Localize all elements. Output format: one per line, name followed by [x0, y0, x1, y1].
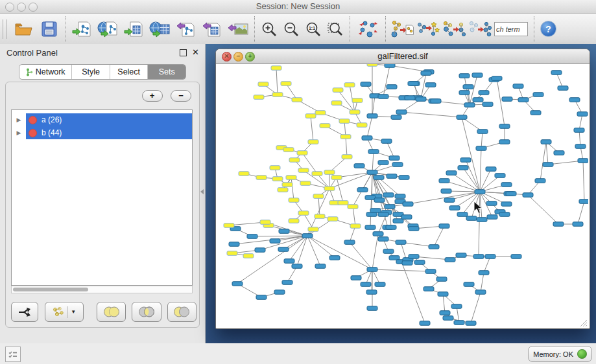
network-node[interactable]: [278, 247, 289, 252]
network-node[interactable]: [444, 198, 455, 203]
network-node[interactable]: [378, 237, 388, 242]
network-node[interactable]: [486, 201, 497, 206]
network-node[interactable]: [459, 74, 470, 78]
network-node[interactable]: [414, 260, 425, 265]
network-node[interactable]: [439, 224, 449, 229]
remove-set-button[interactable]: −: [171, 90, 191, 102]
network-node[interactable]: [387, 174, 397, 179]
network-node[interactable]: [350, 224, 361, 229]
network-node[interactable]: [340, 135, 351, 139]
network-node[interactable]: [279, 229, 289, 234]
network-node[interactable]: [367, 64, 377, 66]
network-node[interactable]: [523, 193, 533, 198]
split-set-button[interactable]: [11, 302, 38, 322]
create-set-from-network-button[interactable]: ▼: [45, 302, 84, 322]
list-item-set-b[interactable]: ▶ b (44): [12, 126, 192, 139]
network-node[interactable]: [403, 202, 413, 207]
network-node[interactable]: [543, 163, 553, 167]
network-node[interactable]: [479, 271, 489, 275]
network-window[interactable]: ✕ − + galFiltered.sif: [215, 49, 590, 329]
network-node[interactable]: [329, 256, 340, 260]
network-node[interactable]: [352, 98, 363, 103]
network-node[interactable]: [272, 93, 283, 97]
network-node[interactable]: [256, 295, 267, 300]
network-node[interactable]: [386, 225, 396, 230]
network-node[interactable]: [425, 269, 436, 274]
list-item-set-a[interactable]: ▶ a (26): [12, 113, 192, 126]
network-node[interactable]: [575, 144, 586, 149]
network-node[interactable]: [378, 212, 388, 217]
export-network-button[interactable]: [173, 16, 199, 43]
network-node[interactable]: [458, 166, 468, 170]
zoom-in-button[interactable]: [258, 16, 280, 43]
network-node[interactable]: [395, 194, 405, 199]
network-node[interactable]: [361, 82, 371, 87]
toolbar-drag-handle[interactable]: [3, 19, 6, 39]
network-window-titlebar[interactable]: ✕ − + galFiltered.sif: [216, 49, 590, 64]
network-node[interactable]: [477, 218, 487, 222]
network-node[interactable]: [499, 124, 510, 129]
network-node[interactable]: [533, 93, 543, 97]
network-node[interactable]: [350, 110, 360, 115]
network-node[interactable]: [271, 66, 281, 71]
task-history-button[interactable]: [5, 347, 21, 362]
network-node[interactable]: [302, 234, 313, 238]
network-node[interactable]: [328, 217, 338, 222]
network-node[interactable]: [282, 280, 292, 285]
tab-sets[interactable]: Sets: [148, 65, 185, 79]
network-node[interactable]: [367, 267, 377, 272]
network-node[interactable]: [473, 255, 484, 259]
network-node[interactable]: [459, 91, 470, 95]
network-node[interactable]: [495, 174, 505, 178]
network-node[interactable]: [443, 316, 453, 321]
zoom-out-button[interactable]: [280, 16, 302, 43]
network-node[interactable]: [320, 124, 330, 128]
network-node[interactable]: [558, 86, 568, 91]
network-node[interactable]: [274, 290, 285, 295]
network-node[interactable]: [436, 277, 447, 282]
network-node[interactable]: [367, 306, 377, 311]
network-node[interactable]: [429, 245, 439, 249]
network-node[interactable]: [476, 146, 486, 151]
horizontal-scrollbar[interactable]: [11, 286, 193, 293]
network-node[interactable]: [308, 140, 318, 144]
network-node[interactable]: [553, 222, 564, 227]
network-node[interactable]: [289, 219, 299, 223]
network-node[interactable]: [368, 150, 379, 154]
network-node[interactable]: [420, 321, 430, 326]
network-node[interactable]: [333, 88, 343, 93]
network-node[interactable]: [499, 212, 510, 217]
network-node[interactable]: [464, 103, 475, 108]
network-node[interactable]: [255, 248, 265, 253]
network-node[interactable]: [472, 73, 483, 78]
network-node[interactable]: [298, 168, 309, 173]
float-panel-icon[interactable]: [180, 49, 187, 56]
network-node[interactable]: [298, 211, 309, 216]
network-node[interactable]: [423, 287, 434, 291]
show-selection-button[interactable]: [467, 16, 493, 43]
network-node[interactable]: [577, 112, 588, 117]
zoom-fit-button[interactable]: 1:1: [302, 16, 324, 43]
network-node[interactable]: [439, 179, 449, 183]
network-node[interactable]: [297, 151, 307, 155]
network-node[interactable]: [518, 98, 529, 102]
open-session-button[interactable]: [10, 16, 36, 43]
network-node[interactable]: [466, 216, 477, 221]
network-node[interactable]: [392, 163, 403, 167]
network-node[interactable]: [331, 101, 342, 106]
network-node[interactable]: [463, 85, 473, 89]
network-node[interactable]: [405, 96, 415, 100]
intersection-button[interactable]: [132, 302, 161, 322]
set-list[interactable]: ▶ a (26) ▶ b (44): [11, 109, 193, 286]
network-node[interactable]: [315, 111, 326, 115]
export-table-button[interactable]: [199, 16, 225, 43]
network-node[interactable]: [501, 202, 512, 207]
resize-grip-icon[interactable]: [579, 319, 587, 326]
save-session-button[interactable]: [36, 16, 62, 43]
first-neighbors-button[interactable]: [389, 16, 415, 43]
network-node[interactable]: [501, 183, 512, 187]
network-node[interactable]: [464, 282, 474, 287]
union-button[interactable]: [97, 302, 126, 322]
network-node[interactable]: [391, 115, 401, 120]
network-node[interactable]: [573, 222, 583, 227]
